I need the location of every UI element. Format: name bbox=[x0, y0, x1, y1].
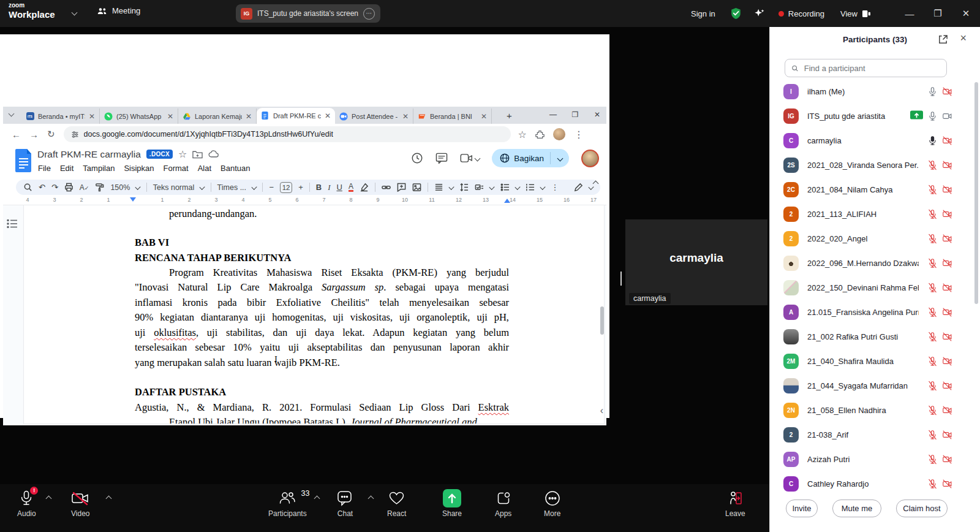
window-minimize-button[interactable]: — bbox=[895, 0, 924, 27]
participant-row[interactable]: 2S2021_028_Viranda Senora Per... bbox=[770, 153, 980, 177]
browser-restore-button[interactable]: ❐ bbox=[564, 107, 586, 123]
browser-tab[interactable]: Beranda | BNI✕ bbox=[413, 108, 492, 124]
underline-button[interactable]: U bbox=[336, 183, 342, 192]
audio-button[interactable]: ! Audio bbox=[17, 489, 36, 518]
indent-marker-icon[interactable] bbox=[130, 197, 136, 202]
menu-view[interactable]: Tampilan bbox=[83, 164, 115, 173]
sign-in-button[interactable]: Sign in bbox=[691, 9, 715, 18]
video-button[interactable]: Video bbox=[71, 489, 89, 518]
meet-button[interactable] bbox=[460, 153, 480, 163]
camera-off-icon[interactable] bbox=[942, 86, 952, 97]
mic-off-icon[interactable] bbox=[927, 332, 938, 342]
camera-off-icon[interactable] bbox=[942, 135, 952, 146]
zoom-level-dropdown[interactable]: 150% bbox=[110, 183, 130, 192]
camera-off-icon[interactable] bbox=[942, 454, 952, 465]
participant-row[interactable]: CCathley Rahardjo bbox=[770, 471, 980, 496]
mic-off-icon[interactable] bbox=[927, 356, 938, 367]
claim-host-button[interactable]: Claim host bbox=[896, 500, 948, 517]
paint-format-icon[interactable] bbox=[95, 183, 104, 192]
mute-me-button[interactable]: Mute me bbox=[832, 500, 881, 517]
share-dropdown-icon[interactable] bbox=[557, 155, 564, 161]
extensions-icon[interactable] bbox=[535, 130, 545, 139]
mic-off-icon[interactable] bbox=[927, 283, 938, 293]
browser-menu-icon[interactable]: ⋮ bbox=[574, 129, 584, 140]
comments-icon[interactable] bbox=[435, 153, 448, 164]
editing-mode-pen-icon[interactable] bbox=[574, 183, 583, 192]
camera-off-icon[interactable] bbox=[942, 307, 952, 317]
participant-row[interactable]: 21_002 Rafika Putri Gusti bbox=[770, 324, 980, 349]
participant-row[interactable]: 2N21_058_Ellen Nadhira bbox=[770, 398, 980, 422]
browser-tab[interactable]: Laporan Kemajuan✕ bbox=[178, 108, 257, 124]
pop-out-icon[interactable] bbox=[938, 34, 948, 45]
camera-off-icon[interactable] bbox=[942, 234, 952, 244]
browser-tab[interactable]: Post Attendee - Zo✕ bbox=[335, 108, 413, 124]
camera-off-icon[interactable] bbox=[942, 479, 952, 489]
camera-off-icon[interactable] bbox=[942, 332, 952, 342]
camera-off-icon[interactable] bbox=[942, 430, 952, 440]
video-tile-carmaylia[interactable]: carmaylia carmaylia bbox=[625, 219, 767, 305]
panel-scrollbar[interactable] bbox=[974, 82, 978, 304]
mic-off-icon[interactable] bbox=[927, 307, 938, 317]
mic-off-icon[interactable] bbox=[927, 479, 938, 489]
menu-edit[interactable]: Edit bbox=[60, 164, 74, 173]
google-docs-icon[interactable] bbox=[15, 149, 32, 172]
browser-tab[interactable]: ITSBeranda • myITS P✕ bbox=[21, 108, 100, 124]
line-spacing-icon[interactable] bbox=[459, 183, 469, 192]
chevron-down-icon[interactable] bbox=[200, 184, 205, 190]
view-button[interactable]: View bbox=[840, 9, 871, 18]
participant-row[interactable]: 21_044_Syagafa Mufarridan bbox=[770, 373, 980, 398]
search-input[interactable] bbox=[803, 63, 940, 74]
camera-off-icon[interactable] bbox=[942, 405, 952, 416]
version-history-icon[interactable] bbox=[411, 152, 423, 164]
mic-off-icon[interactable] bbox=[927, 209, 938, 219]
font-size-field[interactable]: 12 bbox=[280, 182, 292, 193]
share-button[interactable]: Share bbox=[442, 489, 462, 518]
docs-scrollbar[interactable] bbox=[600, 306, 604, 335]
mic-off-icon[interactable] bbox=[927, 234, 938, 244]
tab-shared-screen[interactable]: IG ITS_putu gde ariastita's screen ⋯ bbox=[236, 4, 380, 23]
camera-off-icon[interactable] bbox=[942, 184, 952, 195]
menu-format[interactable]: Format bbox=[164, 164, 189, 173]
document-outline-icon[interactable] bbox=[7, 219, 18, 229]
participant-row[interactable]: 2022_150_Devinani Rahma Febr... bbox=[770, 275, 980, 300]
more-button[interactable]: More bbox=[544, 489, 560, 518]
font-family-dropdown[interactable]: Times ... bbox=[217, 183, 246, 192]
more-toolbar-icon[interactable]: ⋮ bbox=[551, 183, 559, 192]
checklist-icon[interactable] bbox=[475, 183, 484, 192]
mic-off-icon[interactable] bbox=[927, 454, 938, 465]
numbered-list-icon[interactable] bbox=[526, 183, 535, 192]
participant-row[interactable]: 2022_096_M.Hernando Dzakwa... bbox=[770, 251, 980, 275]
spell-check-icon[interactable]: A✓ bbox=[80, 183, 89, 192]
insert-link-icon[interactable] bbox=[382, 183, 391, 192]
tab-close-icon[interactable]: ✕ bbox=[167, 112, 173, 121]
mic-off-icon[interactable] bbox=[927, 381, 938, 391]
browser-tab[interactable]: Draft PKM-RE carm✕ bbox=[257, 108, 335, 124]
window-restore-button[interactable]: ❐ bbox=[924, 0, 952, 27]
react-button[interactable]: React bbox=[387, 489, 406, 518]
bulleted-list-icon[interactable] bbox=[500, 183, 510, 192]
chat-options-chevron-icon[interactable] bbox=[368, 496, 374, 502]
apps-button[interactable]: Apps bbox=[495, 489, 511, 518]
tab-search-chevron-icon[interactable] bbox=[9, 111, 15, 117]
participants-button[interactable]: 33 Participants bbox=[268, 489, 307, 518]
tab-close-icon[interactable]: ✕ bbox=[325, 112, 331, 120]
tab-close-icon[interactable]: ✕ bbox=[481, 112, 487, 121]
mic-off-icon[interactable] bbox=[927, 405, 938, 416]
ai-companion-sparkle-icon[interactable] bbox=[754, 8, 765, 19]
account-avatar[interactable] bbox=[581, 150, 599, 167]
camera-off-icon[interactable] bbox=[942, 283, 952, 293]
browser-tab[interactable]: (25) WhatsApp✕ bbox=[100, 108, 178, 124]
browser-minimize-button[interactable]: — bbox=[542, 107, 564, 123]
new-tab-button[interactable]: + bbox=[507, 110, 512, 121]
paragraph-style-dropdown[interactable]: Teks normal bbox=[153, 183, 194, 192]
participant-row[interactable]: IGITS_putu gde ariastita bbox=[770, 104, 980, 128]
move-folder-icon[interactable] bbox=[192, 150, 203, 159]
share-document-button[interactable]: Bagikan bbox=[492, 149, 569, 167]
window-close-button[interactable]: ✕ bbox=[952, 0, 980, 27]
add-comment-icon[interactable] bbox=[397, 183, 406, 192]
print-icon[interactable] bbox=[64, 183, 74, 192]
reload-icon[interactable]: ↻ bbox=[47, 129, 55, 140]
participant-row[interactable]: 221-038_Arif bbox=[770, 422, 980, 447]
mic-on-icon[interactable] bbox=[927, 86, 938, 97]
forward-icon[interactable]: → bbox=[29, 129, 39, 140]
